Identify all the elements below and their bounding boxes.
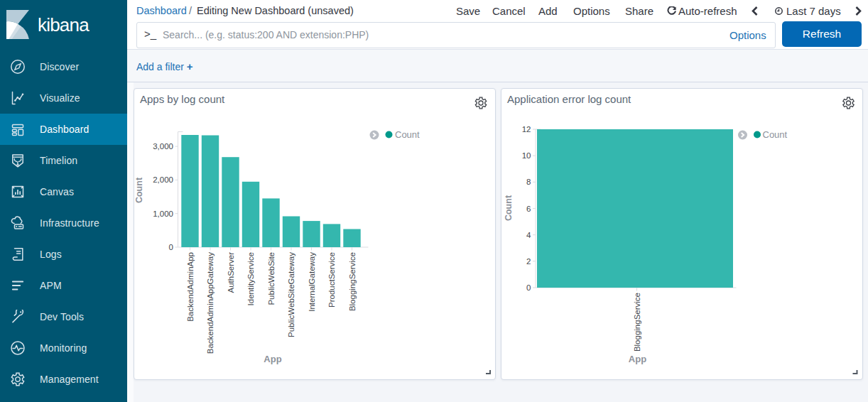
- svg-text:InternalGateway: InternalGateway: [308, 252, 316, 312]
- svg-text:BloggingService: BloggingService: [348, 252, 357, 311]
- svg-text:App: App: [629, 354, 646, 364]
- svg-text:8: 8: [526, 178, 531, 186]
- svg-text:BackendAdminApp: BackendAdminApp: [186, 252, 195, 322]
- svg-text:2: 2: [526, 257, 531, 266]
- svg-text:BackendAdminAppGateway: BackendAdminAppGateway: [206, 252, 215, 354]
- svg-text:Count: Count: [504, 195, 514, 221]
- svg-text:App: App: [264, 354, 281, 364]
- svg-text:1,000: 1,000: [153, 210, 173, 218]
- svg-text:10: 10: [522, 151, 531, 160]
- svg-text:0: 0: [169, 243, 173, 251]
- svg-text:IdentityService: IdentityService: [246, 252, 255, 305]
- svg-text:12: 12: [522, 125, 531, 134]
- svg-text:4: 4: [526, 231, 531, 239]
- svg-text:Count: Count: [763, 129, 788, 140]
- svg-text:AuthServer: AuthServer: [227, 252, 235, 293]
- svg-text:2,000: 2,000: [153, 175, 173, 184]
- svg-text:Count: Count: [395, 129, 420, 140]
- svg-text:Count: Count: [134, 177, 144, 203]
- svg-text:6: 6: [526, 205, 531, 213]
- svg-text:0: 0: [526, 283, 531, 292]
- svg-text:ProductService: ProductService: [327, 252, 336, 308]
- svg-text:PublicWebSiteGateway: PublicWebSiteGateway: [287, 252, 295, 337]
- svg-text:BloggingService: BloggingService: [633, 293, 641, 352]
- svg-text:3,000: 3,000: [153, 142, 173, 151]
- svg-text:PublicWebSite: PublicWebSite: [267, 252, 276, 305]
